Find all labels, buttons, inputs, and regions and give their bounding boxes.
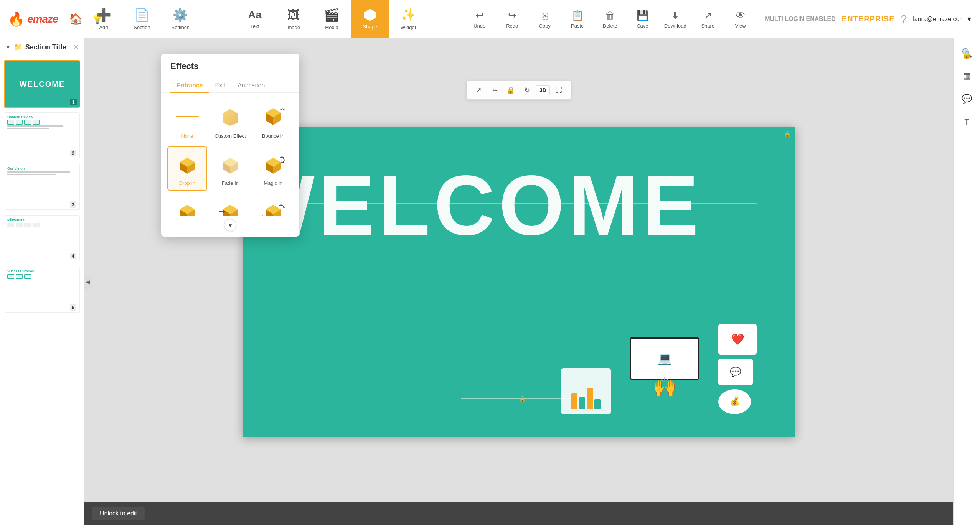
laptop-icon: 💻 bbox=[658, 352, 672, 365]
canvas-lock-tl-icon: 🔒 bbox=[784, 130, 791, 138]
save-icon: 💾 bbox=[637, 10, 649, 21]
slide-item-5[interactable]: Success Stories 5 bbox=[4, 266, 80, 313]
save-button[interactable]: 💾 Save bbox=[626, 0, 659, 38]
redo-icon: ↪ bbox=[508, 10, 516, 21]
chevron-down-icon: ▾ bbox=[229, 222, 232, 229]
effect-magic-in[interactable]: Magic In bbox=[253, 146, 293, 191]
effect-bounce-in[interactable]: Bounce In bbox=[253, 99, 293, 143]
slide-5-title: Success Stories bbox=[7, 269, 77, 273]
grid-sidebar-icon: ▦ bbox=[963, 71, 971, 81]
grid-sidebar-button[interactable]: ▦ bbox=[956, 65, 978, 87]
effect-tilt-in[interactable]: Tilt In bbox=[253, 194, 293, 216]
copy-button[interactable]: ⎘ Copy bbox=[528, 0, 561, 38]
lock-icon: 🔒 bbox=[506, 86, 515, 94]
image-icon: 🖼 bbox=[287, 8, 299, 22]
slide-2-title: Content Review bbox=[7, 115, 77, 119]
media-tool-button[interactable]: 🎬 Media bbox=[312, 0, 351, 38]
logo-text: emaze bbox=[27, 13, 58, 25]
effect-slide-in[interactable]: Slide In bbox=[210, 194, 250, 216]
text-size-sidebar-button[interactable]: T bbox=[956, 111, 978, 133]
enterprise-badge: ENTERPRISE bbox=[842, 15, 895, 23]
fade-in-label: Fade In bbox=[222, 180, 239, 186]
right-toolbar: ↩ Undo ↪ Redo ⎘ Copy 📋 Paste 🗑 Delete 💾 … bbox=[463, 0, 757, 38]
slides-list: WELCOME 1 Content Review 2 bbox=[0, 56, 84, 525]
animation-tab[interactable]: Animation bbox=[231, 79, 271, 93]
custom-effect-icon bbox=[217, 104, 244, 131]
logo[interactable]: 🔥 emaze bbox=[8, 11, 58, 27]
add-button[interactable]: ➕ Add bbox=[84, 0, 123, 38]
home-icon[interactable]: 🏠 bbox=[69, 13, 82, 25]
redo-button[interactable]: ↪ Redo bbox=[496, 0, 528, 38]
canvas-lock-button[interactable]: 🔒 bbox=[504, 83, 518, 97]
slide-4-title: Milestones bbox=[7, 218, 77, 222]
view-icon: 👁 bbox=[736, 10, 746, 21]
none-label: None bbox=[181, 133, 193, 139]
share-button[interactable]: ↗ Share bbox=[691, 0, 724, 38]
effects-grid: None Custom Effect bbox=[161, 93, 299, 216]
slide-item-4[interactable]: Milestones 4 bbox=[4, 214, 80, 262]
slide-item-1[interactable]: WELCOME 1 bbox=[4, 60, 80, 108]
fullscreen-icon: ⛶ bbox=[556, 86, 563, 94]
help-icon[interactable]: ? bbox=[901, 13, 907, 25]
magic-in-label: Magic In bbox=[264, 180, 282, 186]
undo-icon: ↩ bbox=[475, 10, 484, 21]
user-email[interactable]: laura@emaze.com ▼ bbox=[913, 16, 972, 23]
none-effect-icon bbox=[174, 104, 201, 131]
image-tool-button[interactable]: 🖼 Image bbox=[274, 0, 312, 38]
logo-icon: 🔥 bbox=[8, 11, 25, 27]
slide-item-3[interactable]: Our Vision 3 bbox=[4, 163, 80, 211]
slide-item-2[interactable]: Content Review 2 bbox=[4, 112, 80, 159]
left-toolbar-group: ➕ Add 📄 Section ⚙️ Settings bbox=[84, 0, 200, 38]
tilt-in-icon bbox=[260, 198, 287, 216]
panel-collapse-button[interactable]: ◀ bbox=[84, 274, 92, 290]
slide-3-title: Our Vision bbox=[7, 166, 77, 170]
undo-button[interactable]: ↩ Undo bbox=[463, 0, 496, 38]
section-collapse-icon[interactable]: ▼ bbox=[5, 44, 11, 50]
settings-icon: ⚙️ bbox=[173, 8, 188, 22]
download-button[interactable]: ⬇ Download bbox=[659, 0, 691, 38]
scroll-down-button[interactable]: ▾ bbox=[224, 219, 236, 231]
canvas-toolbar: ⤢ ↔ 🔒 ↻ 3D ⛶ bbox=[467, 81, 571, 100]
chat-sidebar-icon: 💬 bbox=[962, 94, 972, 104]
slide-3-num: 3 bbox=[70, 201, 76, 208]
section-button[interactable]: 📄 Section bbox=[123, 0, 161, 38]
effect-drop-in[interactable]: Drop In bbox=[167, 146, 207, 191]
canvas-rotate-button[interactable]: ↻ bbox=[520, 83, 534, 97]
settings-button[interactable]: ⚙️ Settings bbox=[161, 0, 200, 38]
right-sidebar: 🔍 ▦ 💬 T 🔒 bbox=[953, 38, 980, 525]
unlock-edit-button[interactable]: Unlock to edit bbox=[92, 507, 145, 520]
canvas-fullscreen-button[interactable]: ⛶ bbox=[552, 83, 566, 97]
canvas-3d-button[interactable]: 3D bbox=[536, 85, 550, 95]
widget-icon: ✨ bbox=[401, 8, 416, 22]
effect-fade-in[interactable]: Fade In bbox=[210, 146, 250, 191]
left-panel: ▼ 📁 Section Title ✕ WELCOME 1 Content Re… bbox=[0, 38, 84, 525]
section-close-icon[interactable]: ✕ bbox=[73, 43, 79, 51]
slide-5-num: 5 bbox=[70, 304, 76, 311]
effects-tabs: Entrance Exit Animation bbox=[161, 74, 299, 93]
text-size-icon: T bbox=[964, 118, 969, 127]
canvas-arrows-button[interactable]: ↔ bbox=[488, 83, 502, 97]
multi-login-label: MULTI LOGIN ENABLED bbox=[765, 16, 836, 23]
text-tool-button[interactable]: Aa Text bbox=[236, 0, 274, 38]
shape-tool-button[interactable]: Shape bbox=[351, 0, 389, 38]
canvas-expand-button[interactable]: ⤢ bbox=[472, 83, 485, 97]
slide-1-num: 1 bbox=[70, 99, 77, 105]
chat-sidebar-button[interactable]: 💬 bbox=[956, 88, 978, 110]
delete-button[interactable]: 🗑 Delete bbox=[594, 0, 626, 38]
effect-none[interactable]: None bbox=[167, 99, 207, 143]
effect-custom[interactable]: Custom Effect bbox=[210, 99, 250, 143]
top-bar: 🔥 emaze 🏠 💡 ➕ Add 📄 Section ⚙️ Settings … bbox=[0, 0, 980, 38]
hands-icon: 🙌 bbox=[653, 376, 676, 398]
paste-button[interactable]: 📋 Paste bbox=[561, 0, 594, 38]
money-icon: 💰 bbox=[718, 389, 751, 414]
slide-canvas: WELCOME 💻 🙌 bbox=[243, 127, 795, 437]
paste-icon: 📋 bbox=[571, 10, 584, 21]
view-button[interactable]: 👁 View bbox=[724, 0, 757, 38]
exit-tab[interactable]: Exit bbox=[209, 79, 231, 93]
entrance-tab[interactable]: Entrance bbox=[170, 79, 209, 93]
bottom-bar: Unlock to edit bbox=[84, 502, 953, 525]
widget-tool-button[interactable]: ✨ Widget bbox=[389, 0, 427, 38]
effects-panel-title: Effects bbox=[161, 54, 299, 71]
effect-roll-in[interactable]: Roll In bbox=[167, 194, 207, 216]
drop-in-label: Drop In bbox=[179, 180, 196, 186]
